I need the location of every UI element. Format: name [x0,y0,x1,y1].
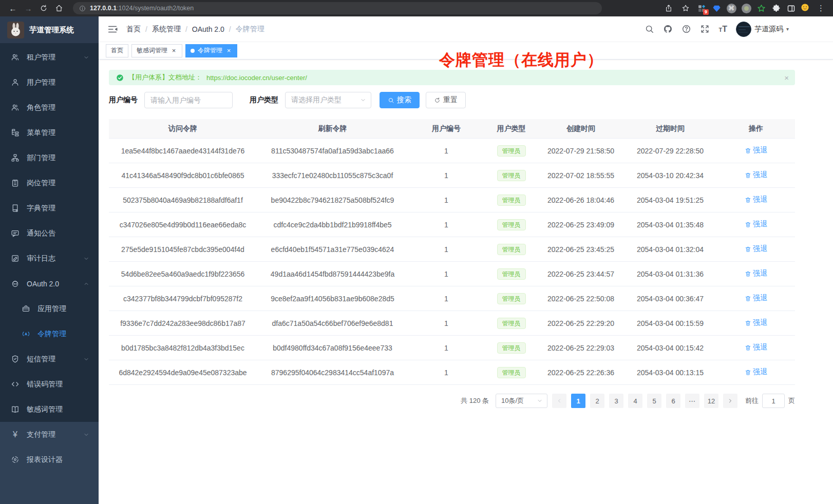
page-size-select[interactable]: 10条/页 [496,394,547,408]
tab-token-management[interactable]: 令牌管理 × [185,44,237,57]
force-logout-button[interactable]: 强退 [745,269,767,278]
goto-page-input[interactable] [762,394,785,408]
browser-back-icon[interactable]: ← [6,2,20,15]
help-icon[interactable] [681,24,691,34]
user-id-label: 用户编号 [109,95,138,105]
close-icon[interactable]: × [225,47,232,54]
extension-command-icon[interactable]: ⌘ [726,3,737,14]
force-logout-button[interactable]: 强退 [745,244,767,254]
sidebar-panel-icon[interactable] [785,3,797,14]
sidebar-item[interactable]: 菜单管理 [0,120,99,145]
col-access-token: 访问令牌 [109,124,257,133]
force-logout-button[interactable]: 强退 [745,170,767,180]
breadcrumb-oauth[interactable]: OAuth 2.0 [192,25,224,33]
tab-sensitive-words[interactable]: 敏感词管理 × [131,44,182,57]
share-icon[interactable] [662,2,675,15]
force-logout-button[interactable]: 强退 [745,343,767,352]
extension-puzzle-icon[interactable] [770,3,782,14]
extension-star-icon[interactable] [755,3,767,14]
fullscreen-icon[interactable] [700,24,710,34]
browser-refresh-icon[interactable] [37,2,50,15]
sidebar-item[interactable]: 岗位管理 [0,170,99,196]
refresh-big-icon [40,4,48,12]
sidebar-collapse-icon[interactable] [107,24,118,35]
force-logout-button[interactable]: 强退 [745,294,767,303]
extension-gem-icon[interactable] [711,3,722,14]
app-logo[interactable]: 芋道管理系统 [0,16,99,43]
sidebar-item[interactable]: ¥ 支付管理 [0,422,99,447]
sidebar-item[interactable]: 通知公告 [0,221,99,246]
user-id-input[interactable] [144,92,233,108]
breadcrumb-home[interactable]: 首页 [126,25,141,34]
sidebar-item[interactable]: 角色管理 [0,95,99,120]
alert-close-icon[interactable]: × [784,73,789,82]
page-button[interactable]: 12 [704,394,718,408]
page-button[interactable]: 3 [609,394,623,408]
close-icon[interactable]: × [171,47,177,54]
user-type-cell: 管理员 [484,318,538,329]
breadcrumb: 首页 / 系统管理 / OAuth 2.0 / 令牌管理 [126,25,264,34]
user-menu[interactable]: 芋道源码 ▾ [736,22,789,37]
browser-menu-icon[interactable]: ⋮ [815,4,827,13]
extension-badge: 9 [703,9,709,15]
actions-cell: 强退 [717,146,795,156]
sidebar-item[interactable]: 审计日志 [0,246,99,271]
breadcrumb-system[interactable]: 系统管理 [152,25,181,34]
browser-forward-icon[interactable]: → [22,2,35,15]
access-token-cell: 54d6be82ee5a460a9aedc1f9bf223656 [109,270,257,278]
address-bar[interactable]: 127.0.0.1:1024/system/oauth2/token [73,2,602,14]
oauth-icon [11,279,20,288]
page-button[interactable]: 4 [628,394,642,408]
page-button[interactable]: 2 [590,394,604,408]
bookmark-star-icon[interactable] [679,2,692,15]
page-button[interactable]: ⋯ [685,394,699,408]
sidebar-item[interactable]: 字典管理 [0,196,99,221]
reset-button[interactable]: 重置 [426,92,466,108]
doc-link[interactable]: https://doc.iocoder.cn/user-center/ [206,74,307,82]
refresh-token-cell: b0df4980ffd34c67a08f9156e4eee733 [257,344,408,352]
table-row: 54d6be82ee5a460a9aedc1f9bf223656 49d1aa4… [109,262,795,286]
tab-home[interactable]: 首页 [106,44,128,57]
sidebar-item[interactable]: 错误码管理 [0,372,99,397]
gem-icon [712,4,721,12]
sidebar-item[interactable]: OAuth 2.0 [0,271,99,296]
refresh-token-cell: 333ecfc71e02480cb11055c875c3ca0f [257,171,408,180]
force-logout-button[interactable]: 强退 [745,195,767,204]
github-icon[interactable] [663,24,673,34]
next-page-button[interactable] [723,394,737,408]
sidebar-item[interactable]: 用户管理 [0,70,99,95]
extension-dot-icon[interactable] [741,3,752,14]
sidebar-item[interactable]: 部门管理 [0,145,99,170]
page-button[interactable]: 1 [571,394,585,408]
search-icon[interactable] [645,24,654,34]
force-logout-button[interactable]: 强退 [745,318,767,327]
sidebar-item[interactable]: 租户管理 [0,45,99,70]
user-type-select[interactable]: 请选择用户类型 [285,92,371,108]
sidebar-item[interactable]: 令牌管理 [0,321,99,346]
browser-profile-avatar[interactable] [800,3,811,14]
page-button[interactable]: 6 [666,394,680,408]
user-id-cell: 1 [408,319,484,327]
user-type-badge: 管理员 [497,268,526,280]
force-logout-button[interactable]: 强退 [745,146,767,155]
sidebar-item[interactable]: 应用管理 [0,296,99,321]
search-button[interactable]: 搜索 [380,92,420,108]
extension-grid-icon[interactable]: 9 [696,3,707,14]
page-button[interactable]: 5 [647,394,661,408]
created-cell: 2022-06-25 23:45:25 [538,245,623,254]
filter-form: 用户编号 用户类型 请选择用户类型 搜索 重置 [109,92,795,108]
browser-home-icon[interactable] [52,2,66,15]
refresh-token-cell: 811c530487574fa0af1a59d3abc1aa66 [257,147,408,155]
col-refresh-token: 刷新令牌 [257,124,408,133]
prev-page-button[interactable] [552,394,566,408]
pagination: 共 120 条 10条/页 1 2 3 4 [109,394,795,408]
user-id-cell: 1 [408,270,484,278]
force-logout-button[interactable]: 强退 [745,220,767,229]
sidebar-item[interactable]: 报表设计器 [0,447,99,472]
force-logout-button[interactable]: 强退 [745,367,767,377]
star-green-icon [757,4,766,13]
sidebar-item[interactable]: 敏感词管理 [0,397,99,422]
font-size-icon[interactable]: TT [718,25,727,33]
sidebar-item[interactable]: 短信管理 [0,346,99,372]
created-cell: 2022-06-25 22:29:03 [538,344,623,352]
